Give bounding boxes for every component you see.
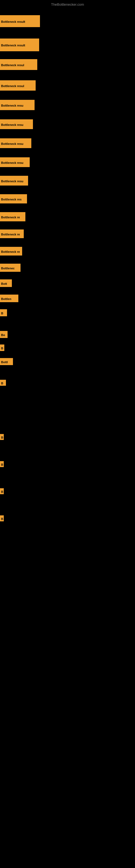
bottleneck-bar: B <box>0 380 6 386</box>
bar-label: Bottleneck resu <box>0 176 28 186</box>
bar-label: B <box>0 344 4 351</box>
bottleneck-bar: B <box>0 516 4 521</box>
bar-label: Bottleneck resul <box>0 59 37 70</box>
bottleneck-bar: B <box>0 434 4 440</box>
bottleneck-bar: Bo <box>0 331 8 338</box>
bar-label: Bottleneck re <box>0 212 26 221</box>
bar-label: Bo <box>0 331 8 338</box>
bar-label: Bottleneck resu <box>0 119 33 129</box>
bar-label: Bottleneck resul <box>0 80 36 91</box>
bottleneck-bar: Bottleneck resu <box>0 138 31 148</box>
bar-label: B <box>0 380 6 386</box>
bar-label: B <box>0 461 4 467</box>
bottleneck-bar: Bottleneck resul <box>0 59 37 70</box>
bottleneck-bar: Bottleneck result <box>0 15 40 27</box>
bar-label: B <box>0 309 7 316</box>
bottleneck-bar: B <box>0 488 4 494</box>
bottleneck-bar: Bottleneck resul <box>0 80 36 91</box>
bar-label: Bottleneck re <box>0 229 24 238</box>
bar-label: Bottleneck resu <box>0 138 31 148</box>
bottleneck-bar: Bottlen <box>0 294 18 302</box>
bottleneck-bar: Bottl <box>0 358 13 365</box>
bar-label: Bottleneck res <box>0 194 27 204</box>
bar-label: B <box>0 434 4 440</box>
bar-label: Bottleneck result <box>0 38 39 51</box>
bottleneck-bar: Bottleneck re <box>0 247 22 255</box>
bottleneck-bar: Bottleneck re <box>0 212 26 221</box>
bar-label: Bottleneck result <box>0 15 40 27</box>
bar-label: Bottleneck re <box>0 247 22 255</box>
bottleneck-bar: Bott <box>0 279 12 287</box>
bottleneck-bar: B <box>0 309 7 316</box>
bottleneck-bar: Bottleneck resu <box>0 176 28 186</box>
bottleneck-bar: B <box>0 344 4 351</box>
site-title: TheBottlenecker.com <box>0 1 135 8</box>
bottleneck-bar: B <box>0 461 4 467</box>
bottleneck-bar: Bottleneck res <box>0 194 27 204</box>
bottleneck-bar: Bottlenec <box>0 264 20 272</box>
bar-label: Bottlen <box>0 294 18 302</box>
bar-label: Bott <box>0 279 12 287</box>
bottleneck-bar: Bottleneck resu <box>0 100 35 110</box>
bottleneck-bar: Bottleneck resu <box>0 119 33 129</box>
bar-label: B <box>0 516 4 521</box>
bar-label: Bottl <box>0 358 13 365</box>
bottleneck-bar: Bottleneck result <box>0 38 39 51</box>
bar-label: Bottlenec <box>0 264 20 272</box>
bar-label: B <box>0 488 4 494</box>
bottleneck-bar: Bottleneck resu <box>0 157 30 167</box>
bar-label: Bottleneck resu <box>0 157 30 167</box>
bottleneck-bar: Bottleneck re <box>0 229 24 238</box>
bar-label: Bottleneck resu <box>0 100 35 110</box>
